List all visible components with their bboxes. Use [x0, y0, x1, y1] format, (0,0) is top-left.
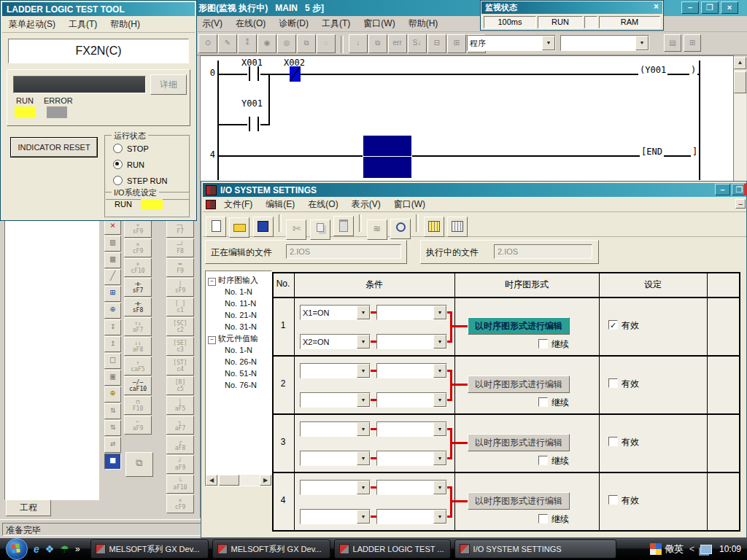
tree-group[interactable]: −时序图输入 — [206, 274, 271, 286]
ladder-symbol-button[interactable]: × cF9 — [124, 238, 152, 257]
ladder-symbol-button[interactable]: │ sF9 — [166, 278, 194, 297]
table-yellow-icon[interactable] — [424, 217, 444, 237]
coil-y001[interactable]: (Y001 — [638, 65, 667, 75]
chevron-down-icon[interactable] — [635, 36, 649, 50]
gx-menu-item[interactable]: 在线(O) — [229, 18, 272, 30]
tree-leaf-item[interactable]: No. 11-N — [206, 298, 271, 309]
radio-step-run[interactable]: STEP RUN — [113, 176, 167, 185]
toolbox-icon-button[interactable]: ⊕ — [104, 386, 121, 402]
start-button[interactable] — [6, 538, 28, 560]
chevron-down-icon[interactable] — [433, 306, 446, 319]
ladder-symbol-button[interactable]: │ aF5 — [166, 396, 194, 415]
condition2b-combo[interactable] — [376, 509, 447, 524]
valid-checkbox[interactable] — [608, 378, 618, 388]
io-menu-item[interactable]: 表示(V) — [345, 198, 387, 211]
chevron-down-icon[interactable] — [433, 335, 446, 349]
project-tab[interactable]: 工程 — [6, 500, 51, 516]
radio-run[interactable]: RUN — [113, 160, 144, 169]
collapse-icon[interactable]: − — [208, 336, 216, 344]
condition2b-combo[interactable] — [376, 334, 447, 349]
toolbox-icon-button[interactable]: ⇄ — [104, 437, 121, 453]
paste-icon[interactable] — [333, 216, 354, 236]
edit-as-chart-button[interactable]: 以时序图形式进行编辑 — [468, 434, 570, 451]
radio-stop[interactable]: STOP — [113, 144, 149, 153]
ladder-symbol-button[interactable]: ┐ aF7 — [166, 416, 194, 435]
ime-icon[interactable] — [650, 543, 662, 555]
tree-leaf-item[interactable]: No. 31-N — [206, 321, 271, 332]
radio-icon[interactable] — [113, 144, 123, 153]
antivirus-umbrella-icon[interactable]: ☂ — [60, 543, 69, 555]
chevron-down-icon[interactable] — [433, 451, 446, 465]
detail-button[interactable]: 详细 — [150, 74, 187, 95]
ladder-symbol-button[interactable]: ⊣⊢ sF7 — [124, 278, 152, 297]
chevron-down-icon[interactable] — [433, 422, 446, 436]
condition2-combo[interactable] — [300, 392, 371, 408]
tree-leaf-item[interactable]: No. 51-N — [206, 368, 271, 379]
toolbox-icon-button[interactable]: ⊕ — [104, 303, 121, 319]
device-combo[interactable] — [560, 35, 649, 51]
contact-x002-active[interactable] — [290, 66, 301, 82]
save-file-icon[interactable] — [253, 217, 274, 237]
gx-close-button[interactable]: × — [721, 1, 738, 14]
gx-monitor-toolbar-icon[interactable]: ⊟ — [427, 34, 446, 53]
io-menu-item[interactable]: 编辑(E) — [259, 198, 301, 211]
taskbar-task-io-settings[interactable]: I/O SYSTEM SETTINGS — [454, 540, 616, 559]
gx-restore-button[interactable]: ❐ — [701, 1, 719, 14]
condition1b-combo[interactable] — [376, 363, 447, 378]
contact-x001[interactable] — [247, 66, 260, 81]
tree-leaf-item[interactable]: No. 1-N — [206, 344, 271, 356]
gx-monitor-toolbar-icon[interactable]: ↓ — [349, 34, 368, 53]
gx-toolbar-icon[interactable]: ◎ — [277, 34, 296, 53]
chevron-down-icon[interactable] — [357, 510, 370, 524]
chevron-down-icon[interactable] — [357, 451, 370, 465]
program-type-combo[interactable]: 程序 — [467, 35, 556, 51]
gx-menu-item[interactable]: 窗口(W) — [357, 18, 401, 30]
condition1-combo[interactable] — [300, 421, 371, 437]
toolbox-icon-button[interactable]: ▦ — [104, 252, 121, 268]
scroll-left-icon[interactable]: ◀ — [206, 475, 217, 486]
gx-minimize-button[interactable]: – — [681, 1, 699, 14]
chevron-down-icon[interactable] — [357, 306, 370, 319]
ladder-tool-menu-item[interactable]: 菜单起动(S) — [2, 18, 62, 31]
chevron-down-icon[interactable] — [357, 422, 370, 436]
gx-toolbar-icon[interactable]: ⧉ — [297, 34, 316, 53]
continue-checkbox[interactable] — [538, 397, 548, 407]
taskbar-task-gx2[interactable]: MELSOFT系列 GX Dev... — [212, 540, 330, 559]
io-tree-panel[interactable]: −时序图输入 No. 1-NNo. 11-NNo. 21-NNo. 31-N −… — [205, 271, 272, 486]
gx-toolbar-icon[interactable]: ⁑ — [238, 34, 257, 53]
ladder-symbol-button[interactable]: ─┘ F8 — [166, 238, 194, 257]
toolbox-icon-button[interactable]: ⇅ — [104, 403, 121, 419]
taskbar-task-ladder-tool[interactable]: LADDER LOGIC TEST ... — [334, 540, 451, 559]
tree-leaf-item[interactable]: No. 1-N — [206, 286, 271, 298]
condition1b-combo[interactable] — [376, 480, 447, 495]
gx-menu-item[interactable]: 工具(T) — [315, 18, 357, 30]
chevron-down-icon[interactable] — [433, 364, 446, 378]
toolbox-icon-button[interactable]: × — [104, 219, 121, 235]
browser-icon[interactable]: e — [34, 543, 39, 555]
condition1b-combo[interactable] — [376, 421, 447, 437]
ladder-symbol-button[interactable]: [SE] c3 — [166, 337, 194, 356]
chevron-down-icon[interactable] — [357, 335, 370, 349]
modify-icon[interactable]: ≋ — [367, 219, 387, 240]
radio-icon[interactable] — [113, 176, 123, 185]
tree-leaf-item[interactable]: No. 76-N — [206, 379, 271, 391]
chevron-down-icon[interactable] — [433, 393, 446, 407]
toolbox-icon-button[interactable]: ↥ — [104, 336, 121, 352]
ladder-symbol-button[interactable]: × cF9 — [166, 494, 194, 513]
tree-leaf-item[interactable]: No. 26-N — [206, 356, 271, 368]
ladder-symbol-button[interactable]: ↑ caF5 — [124, 357, 152, 376]
ime-mode-text[interactable]: 儆英 — [665, 542, 684, 556]
scrollbar-thumb[interactable] — [219, 475, 239, 486]
gx-monitor-toolbar-icon[interactable]: S↓ — [408, 34, 427, 53]
mdi-minimize-button[interactable]: – — [735, 199, 746, 209]
continue-checkbox[interactable] — [538, 456, 548, 465]
new-file-icon[interactable] — [206, 217, 226, 237]
ladder-symbol-button[interactable]: × cF10 — [124, 258, 152, 277]
edit-as-chart-button[interactable]: 以时序图形式进行编辑 — [468, 317, 570, 335]
ladder-symbol-button[interactable]: ─┐ F7 — [166, 219, 194, 238]
ladder-tool-menu-item[interactable]: 工具(T) — [62, 18, 104, 31]
io-minimize-button[interactable]: – — [715, 184, 730, 195]
condition2b-combo[interactable] — [376, 451, 447, 466]
copy-icon[interactable] — [310, 219, 330, 240]
valid-checkbox[interactable] — [608, 437, 618, 446]
